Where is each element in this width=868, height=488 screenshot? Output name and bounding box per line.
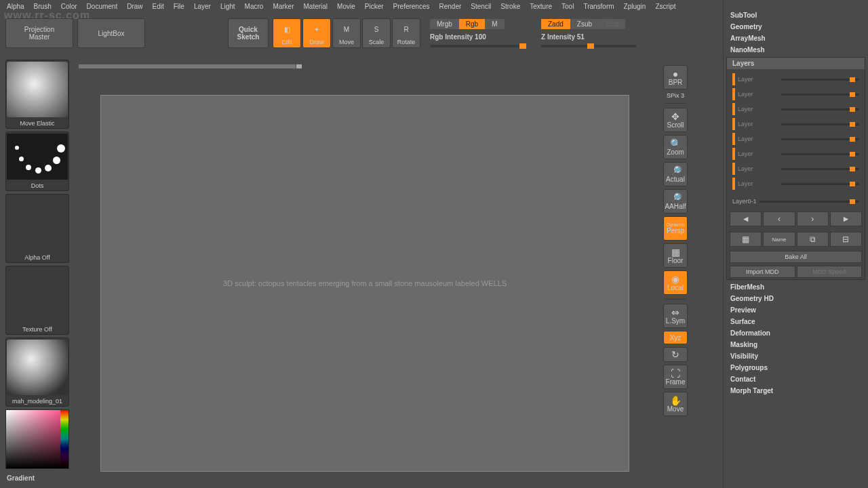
right-toolbar: ●BPR SPix 3 ✥Scroll 🔍Zoom 🔎Actual 🔎AAHal… [662,65,689,416]
layers-header[interactable]: Layers [727,58,865,69]
section-polygroups[interactable]: Polygroups [724,362,868,373]
section-preview[interactable]: Preview [724,304,868,316]
aahalf-button[interactable]: 🔎AAHalf [663,189,688,214]
layer-row[interactable]: Layer [730,117,862,131]
bake-all-button[interactable]: Bake All [730,251,862,263]
z-intensity-slider[interactable] [541,45,636,47]
menu-layer[interactable]: Layer [190,2,215,11]
zsub-mode[interactable]: Zsub [570,19,599,29]
frame-button[interactable]: ⛶Frame [663,365,688,389]
menu-file[interactable]: File [170,2,189,11]
xyz-button[interactable]: Xyz [663,331,688,344]
material-preview [7,340,68,395]
layer-nav-next[interactable]: › [797,211,829,226]
layer-row[interactable]: Layer [730,87,862,102]
layer-row[interactable]: Layer [730,146,862,161]
projection-master-button[interactable]: Projection Master [5,18,73,48]
section-masking[interactable]: Masking [724,339,868,350]
z-intensity-label: Z Intensity 51 [541,33,636,41]
move-button[interactable]: MMove [332,18,361,48]
texture-tile[interactable]: Texture Off [5,266,69,335]
rotate-view-button[interactable]: ↻ [663,347,688,362]
persp-button[interactable]: DynamicPersp [663,216,688,241]
layer-row[interactable]: Layer [730,176,862,191]
alpha-tile[interactable]: Alpha Off [5,194,69,263]
menu-edit[interactable]: Edit [149,2,168,11]
section-subtool[interactable]: SubTool [724,9,868,21]
section-visibility[interactable]: Visibility [724,350,868,362]
section-deformation[interactable]: Deformation [724,327,868,339]
layer-dup-button[interactable]: ⧉ [797,232,829,247]
menu-zscript[interactable]: Zscript [651,2,679,11]
layer-nav-prev[interactable]: ‹ [763,211,795,226]
layer-name-button[interactable]: Name [763,232,795,247]
menu-picker[interactable]: Picker [361,2,388,11]
menu-draw[interactable]: Draw [123,2,146,11]
viewport-scene-desc: 3D sculpt: octopus tentacles emerging fr… [223,279,507,287]
section-surface[interactable]: Surface [724,316,868,327]
zoom-button[interactable]: 🔍Zoom [663,135,688,159]
menu-zplugin[interactable]: Zplugin [620,2,650,11]
import-mdd-button[interactable]: Import MDD [730,266,795,278]
spix-label: SPix 3 [667,92,684,99]
m-mode[interactable]: M [485,19,504,29]
menu-texture[interactable]: Texture [526,2,556,11]
scroll-button[interactable]: ✥Scroll [663,108,688,132]
viewport[interactable]: 3D sculpt: octopus tentacles emerging fr… [100,95,629,472]
layer-row[interactable]: Layer [730,102,862,117]
layer-del-button[interactable]: ⊟ [830,232,862,247]
timeline-scrubber[interactable] [79,64,689,70]
menu-preferences[interactable]: Preferences [389,2,434,11]
menu-tool[interactable]: Tool [557,2,578,11]
layer-row[interactable]: Layer [730,72,862,87]
section-morph-target[interactable]: Morph Target [724,385,868,396]
floor-button[interactable]: ▦Floor [663,243,688,268]
actual-button[interactable]: 🔎Actual [663,162,688,186]
section-nanomesh[interactable]: NanoMesh [724,44,868,56]
menu-stroke[interactable]: Stroke [496,2,524,11]
rotate-button[interactable]: RRotate [392,18,420,48]
section-arraymesh[interactable]: ArrayMesh [724,33,868,44]
lightbox-button[interactable]: LightBox [77,18,145,48]
menu-transform[interactable]: Transform [579,2,618,11]
lsym-button[interactable]: ⇔L.Sym [663,304,688,328]
edit-button[interactable]: ◧Edit [273,18,301,48]
stroke-tile[interactable]: Dots [5,131,69,191]
brush-preview [7,62,68,117]
material-tile[interactable]: mah_modeling_01 [5,338,69,407]
section-geometry[interactable]: Geometry [724,21,868,33]
layer-row[interactable]: Layer [730,161,862,176]
menu-render[interactable]: Render [435,2,466,11]
zadd-mode[interactable]: Zadd [541,19,570,29]
rgb-intensity-slider[interactable] [430,45,525,47]
section-geometry-hd[interactable]: Geometry HD [724,293,868,304]
mrgb-mode[interactable]: Mrgb [430,19,459,29]
layer-row[interactable]: Layer [730,131,862,146]
menu-marker[interactable]: Marker [269,2,298,11]
menu-macro[interactable]: Macro [241,2,268,11]
draw-button[interactable]: ✦Draw [302,18,331,48]
menu-material[interactable]: Material [300,2,332,11]
local-button[interactable]: ◉Local [663,270,688,295]
quick-sketch-button[interactable]: Quick Sketch [228,18,269,48]
hue-strip[interactable] [60,410,68,468]
rgb-mode-toggle[interactable]: Mrgb Rgb M [430,19,525,29]
layer-nav-first[interactable]: ◄ [730,211,762,226]
rgb-mode[interactable]: Rgb [459,19,485,29]
left-panel: Move Elastic Dots Alpha Off Texture Off … [5,60,72,485]
section-contact[interactable]: Contact [724,373,868,385]
mdd-speed-button[interactable]: MDD Speed [797,266,863,278]
layer-thumb-button[interactable]: ▦ [730,232,762,247]
section-fibermesh[interactable]: FiberMesh [724,281,868,293]
menu-movie[interactable]: Movie [333,2,359,11]
stroke-preview [7,134,68,180]
brush-tile[interactable]: Move Elastic [5,60,69,129]
bpr-button[interactable]: ●BPR [663,65,688,89]
move-view-button[interactable]: ✋Move [663,392,688,416]
layer-nav-last[interactable]: ► [830,211,862,226]
menu-light[interactable]: Light [216,2,239,11]
color-picker[interactable] [5,409,69,469]
z-mode-toggle[interactable]: Zadd Zsub Zcut [541,19,636,29]
scale-button[interactable]: SScale [362,18,391,48]
menu-stencil[interactable]: Stencil [467,2,495,11]
